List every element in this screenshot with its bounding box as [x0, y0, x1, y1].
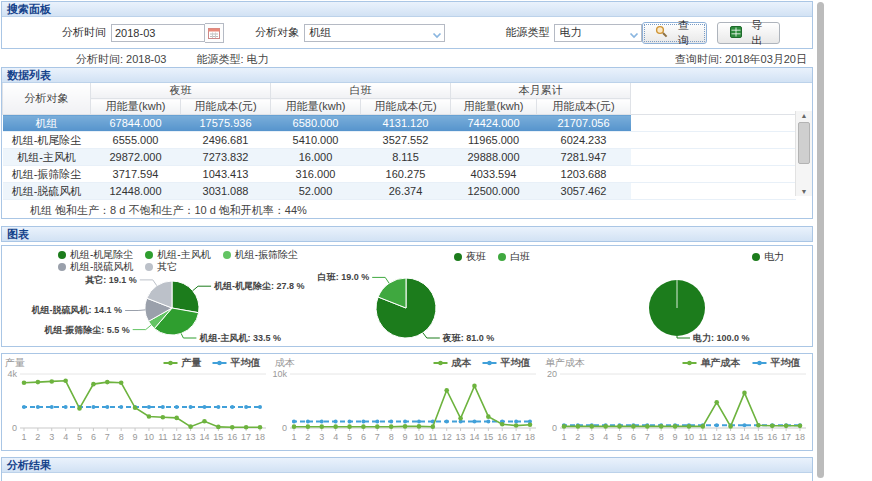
scrollbar-thumb[interactable] — [798, 122, 810, 164]
svg-text:1: 1 — [561, 432, 566, 442]
svg-text:10: 10 — [684, 432, 694, 442]
data-table: 分析对象夜班白班本月累计用能量(kwh)用能成本(元)用能量(kwh)用能成本(… — [2, 83, 796, 200]
table-row[interactable]: 机组67844.00017575.9366580.0004131.1207442… — [3, 115, 797, 132]
row-value: 160.275 — [361, 166, 451, 183]
analysis-time-input[interactable] — [111, 24, 205, 42]
row-value: 26.374 — [361, 183, 451, 200]
legend-dot-icon — [223, 251, 231, 259]
line-chart-line-unit-cost: 单产成本200123456789101112131415161718单产成本平均… — [542, 354, 812, 450]
svg-text:机组-脱硫风机: 14.1 %: 机组-脱硫风机: 14.1 % — [31, 305, 123, 315]
svg-text:7: 7 — [105, 432, 110, 442]
legend-item[interactable]: 机组-脱硫风机 — [58, 261, 133, 272]
svg-text:11: 11 — [158, 432, 167, 442]
svg-text:11: 11 — [428, 432, 437, 442]
svg-text:平均值: 平均值 — [770, 357, 801, 368]
line-charts-panel: 产量4k0123456789101112131415161718产量平均值成本1… — [1, 353, 813, 451]
col-sub-header[interactable]: 用能量(kwh) — [91, 99, 181, 115]
row-value: 12448.000 — [91, 183, 181, 200]
table-row[interactable]: 机组-振筛除尘3717.5941043.413316.000160.275403… — [3, 166, 797, 183]
svg-text:18: 18 — [255, 432, 265, 442]
legend-item[interactable]: 机组-振筛除尘 — [223, 249, 298, 260]
row-value: 11965.000 — [451, 132, 537, 149]
table-row[interactable]: 机组-脱硫风机12448.0003031.08852.00026.3741250… — [3, 183, 797, 200]
row-value: 3057.462 — [537, 183, 631, 200]
svg-text:9: 9 — [133, 432, 138, 442]
pie-charts-panel: 机组-机尾除尘: 27.8 %机组-主风机: 33.5 %机组-振筛除尘: 5.… — [1, 245, 813, 347]
pie-legend[interactable]: 电力 — [752, 251, 796, 263]
scroll-down-icon[interactable]: ▼ — [801, 187, 808, 196]
legend-item[interactable]: 电力 — [752, 251, 784, 262]
table-row[interactable]: 机组-机尾除尘6555.0002496.6815410.0003527.5521… — [3, 132, 797, 149]
row-value: 29872.000 — [91, 149, 181, 166]
row-value: 4033.594 — [451, 166, 537, 183]
svg-text:夜班: 81.0 %: 夜班: 81.0 % — [442, 333, 495, 343]
svg-text:产量: 产量 — [5, 357, 25, 368]
svg-text:2: 2 — [575, 432, 580, 442]
svg-text:机组-主风机: 33.5 %: 机组-主风机: 33.5 % — [198, 333, 281, 343]
svg-text:8: 8 — [389, 432, 394, 442]
svg-text:成本: 成本 — [275, 357, 295, 368]
svg-text:10: 10 — [144, 432, 154, 442]
col-sub-header[interactable]: 用能成本(元) — [537, 99, 631, 115]
legend-item[interactable]: 机组-机尾除尘 — [58, 249, 133, 260]
summary-query-time: 查询时间: 2018年03月20日 — [675, 52, 807, 67]
legend-item[interactable]: 其它 — [145, 261, 177, 272]
legend-dot-icon — [145, 263, 153, 271]
pie-legend[interactable]: 机组-机尾除尘机组-主风机机组-振筛除尘机组-脱硫风机其它 — [58, 249, 310, 273]
row-value: 1203.688 — [537, 166, 631, 183]
col-sub-header[interactable]: 用能量(kwh) — [451, 99, 537, 115]
col-header-object[interactable]: 分析对象 — [3, 83, 91, 115]
summary-analysis-time: 分析时间: 2018-03 — [76, 52, 166, 67]
col-sub-header[interactable]: 用能成本(元) — [181, 99, 271, 115]
search-panel-title: 搜索面板 — [7, 3, 51, 15]
svg-text:5: 5 — [347, 432, 352, 442]
svg-text:成本: 成本 — [451, 357, 472, 368]
svg-text:1: 1 — [291, 432, 296, 442]
svg-text:1: 1 — [21, 432, 26, 442]
legend-item[interactable]: 白班 — [498, 251, 530, 262]
row-value: 1043.413 — [181, 166, 271, 183]
row-value: 316.000 — [271, 166, 361, 183]
svg-text:4k: 4k — [7, 369, 17, 379]
data-list-header: 数据列表 — [2, 68, 812, 83]
svg-text:13: 13 — [456, 432, 466, 442]
scroll-up-icon[interactable]: ▲ — [801, 111, 808, 120]
search-panel-header: 搜索面板 — [2, 2, 812, 17]
row-value: 6555.000 — [91, 132, 181, 149]
svg-text:4: 4 — [603, 432, 608, 442]
col-group-header[interactable]: 白班 — [271, 83, 451, 99]
svg-text:13: 13 — [186, 432, 196, 442]
charts-section-title: 图表 — [7, 228, 29, 240]
pie-legend[interactable]: 夜班白班 — [454, 251, 542, 263]
col-group-header[interactable]: 夜班 — [91, 83, 271, 99]
export-button[interactable]: 导出 — [717, 22, 780, 44]
row-value: 52.000 — [271, 183, 361, 200]
svg-text:3: 3 — [319, 432, 324, 442]
energy-type-select[interactable]: 电力 — [554, 24, 642, 42]
svg-text:16: 16 — [497, 432, 507, 442]
page-scrollbar[interactable] — [817, 2, 824, 478]
col-group-header[interactable]: 本月累计 — [451, 83, 631, 99]
legend-item[interactable]: 夜班 — [454, 251, 486, 262]
query-button[interactable]: 查询 — [642, 22, 706, 44]
search-panel: 搜索面板 分析时间 分析对象 — [1, 1, 813, 49]
legend-dot-icon — [58, 263, 66, 271]
analysis-result-header: 分析结果 — [2, 458, 812, 473]
legend-item[interactable]: 机组-主风机 — [145, 249, 210, 260]
svg-text:14: 14 — [199, 432, 209, 442]
col-sub-header[interactable]: 用能量(kwh) — [271, 99, 361, 115]
analysis-object-select[interactable]: 机组 — [304, 24, 445, 42]
svg-text:平均值: 平均值 — [230, 357, 261, 368]
svg-text:6: 6 — [361, 432, 366, 442]
svg-text:6: 6 — [631, 432, 636, 442]
svg-text:0: 0 — [12, 423, 17, 433]
row-value: 16.000 — [271, 149, 361, 166]
table-row[interactable]: 机组-主风机29872.0007273.83216.0008.11529888.… — [3, 149, 797, 166]
data-table-wrap: 分析对象夜班白班本月累计用能量(kwh)用能成本(元)用能量(kwh)用能成本(… — [2, 83, 812, 200]
calendar-icon[interactable] — [205, 23, 224, 43]
row-object-name: 机组 — [3, 115, 91, 132]
legend-dot-icon — [454, 253, 462, 261]
col-sub-header[interactable]: 用能成本(元) — [361, 99, 451, 115]
table-scrollbar[interactable]: ▲ ▼ — [795, 111, 812, 196]
svg-text:4: 4 — [333, 432, 338, 442]
